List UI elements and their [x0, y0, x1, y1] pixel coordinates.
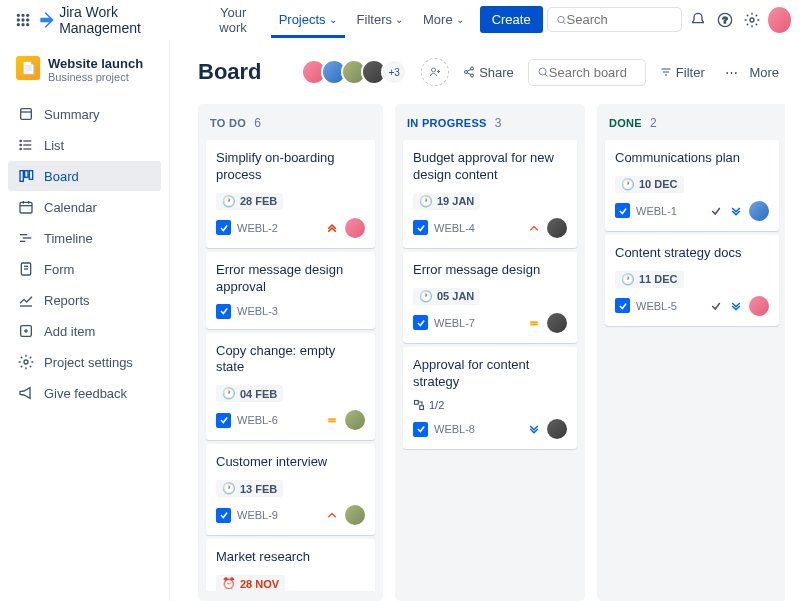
jira-icon: [37, 10, 55, 30]
chevron-down-icon: ⌄: [329, 14, 337, 25]
product-name: Jira Work Management: [59, 4, 187, 36]
svg-rect-55: [415, 401, 419, 405]
due-date-chip: 🕐28 FEB: [216, 193, 283, 210]
avatar-overflow[interactable]: +3: [381, 59, 407, 85]
assignee-avatar[interactable]: [345, 218, 365, 238]
assignee-avatar[interactable]: [749, 296, 769, 316]
product-logo[interactable]: Jira Work Management: [37, 4, 187, 36]
priority-low-icon: [729, 299, 743, 313]
sidebar-item-list[interactable]: List: [8, 130, 161, 160]
sidebar-item-label: Form: [44, 262, 74, 277]
svg-point-7: [22, 23, 24, 25]
app-switcher-icon[interactable]: [12, 8, 33, 32]
create-button[interactable]: Create: [480, 6, 543, 33]
notifications-icon[interactable]: [686, 7, 709, 33]
issue-card[interactable]: Content strategy docs🕐11 DECWEBL-5: [605, 235, 779, 326]
svg-rect-14: [21, 109, 32, 120]
issue-key: WEBL-9: [237, 509, 319, 521]
issue-card[interactable]: Error message design approvalWEBL-3: [206, 252, 375, 329]
due-date-chip: 🕐05 JAN: [413, 288, 480, 305]
page-title: Board: [198, 59, 262, 85]
board-search-input[interactable]: [549, 65, 637, 80]
timeline-icon: [18, 230, 34, 246]
sidebar-item-timeline[interactable]: Timeline: [8, 223, 161, 253]
issue-card[interactable]: Approval for content strategy 1/2WEBL-8: [403, 347, 577, 450]
card-title: Market research: [216, 549, 365, 566]
board-icon: [18, 168, 34, 184]
nav-more[interactable]: More⌄: [415, 6, 472, 33]
svg-point-0: [17, 14, 19, 16]
help-icon[interactable]: ?: [713, 7, 736, 33]
assignee-avatar[interactable]: [547, 419, 567, 439]
project-header[interactable]: 📄 Website launch Business project: [8, 52, 161, 99]
svg-point-6: [17, 23, 19, 25]
issue-card[interactable]: Communications plan🕐10 DECWEBL-1: [605, 140, 779, 231]
sidebar-item-board[interactable]: Board: [8, 161, 161, 191]
nav-projects[interactable]: Projects⌄: [271, 6, 345, 38]
clock-icon: 🕐: [222, 387, 236, 400]
issue-key: WEBL-1: [636, 205, 703, 217]
svg-point-20: [20, 144, 21, 145]
add-user-button[interactable]: [421, 58, 449, 86]
issue-card[interactable]: Customer interview🕐13 FEBWEBL-9: [206, 444, 375, 535]
svg-line-44: [467, 69, 471, 71]
svg-point-43: [471, 74, 474, 77]
settings-icon[interactable]: [741, 7, 764, 33]
nav-filters[interactable]: Filters⌄: [349, 6, 411, 33]
global-search[interactable]: [547, 7, 683, 32]
column-todo: TO DO6Simplify on-boarding process🕐28 FE…: [198, 104, 383, 601]
sidebar-item-give-feedback[interactable]: Give feedback: [8, 378, 161, 408]
sidebar-item-add-item[interactable]: Add item: [8, 316, 161, 346]
svg-point-42: [465, 71, 468, 74]
sidebar-item-calendar[interactable]: Calendar: [8, 192, 161, 222]
sidebar-item-project-settings[interactable]: Project settings: [8, 347, 161, 377]
main-content: Board +3 Share Filter ⋯ More TO DO6Simpl…: [170, 40, 803, 601]
issue-card[interactable]: Market research⏰28 NOVWEBL-10: [206, 539, 375, 591]
share-button[interactable]: Share: [457, 61, 520, 84]
profile-avatar[interactable]: [768, 7, 791, 33]
issue-card[interactable]: Budget approval for new design content🕐1…: [403, 140, 577, 248]
board-header: Board +3 Share Filter ⋯ More: [198, 58, 785, 86]
priority-high-icon: [527, 221, 541, 235]
filter-button[interactable]: Filter: [654, 61, 711, 84]
sidebar-item-label: Calendar: [44, 200, 97, 215]
issue-card[interactable]: Simplify on-boarding process🕐28 FEBWEBL-…: [206, 140, 375, 248]
task-type-icon: [413, 422, 428, 437]
svg-point-4: [22, 19, 24, 21]
svg-point-5: [26, 19, 28, 21]
issue-card[interactable]: Error message design🕐05 JANWEBL-7: [403, 252, 577, 343]
svg-point-9: [557, 16, 563, 22]
board-search[interactable]: [528, 59, 646, 86]
column-done: DONE2Communications plan🕐10 DECWEBL-1Con…: [597, 104, 785, 601]
global-search-input[interactable]: [567, 12, 674, 27]
sidebar-item-form[interactable]: Form: [8, 254, 161, 284]
column-header: TO DO6: [204, 114, 377, 140]
due-date-chip: 🕐13 FEB: [216, 480, 283, 497]
avatar-stack[interactable]: +3: [307, 59, 407, 85]
assignee-avatar[interactable]: [345, 410, 365, 430]
svg-rect-22: [20, 171, 23, 182]
column-prog: IN PROGRESS3Budget approval for new desi…: [395, 104, 585, 601]
clock-icon: 🕐: [419, 195, 433, 208]
more-button[interactable]: ⋯ More: [719, 61, 785, 84]
sidebar-item-reports[interactable]: Reports: [8, 285, 161, 315]
card-title: Approval for content strategy: [413, 357, 567, 391]
column-header: IN PROGRESS3: [401, 114, 579, 140]
sidebar-item-label: Timeline: [44, 231, 93, 246]
issue-key: WEBL-4: [434, 222, 521, 234]
assignee-avatar[interactable]: [345, 505, 365, 525]
assignee-avatar[interactable]: [547, 313, 567, 333]
card-title: Customer interview: [216, 454, 365, 471]
svg-rect-23: [25, 171, 28, 178]
issue-card[interactable]: Copy change: empty state🕐04 FEBWEBL-6: [206, 333, 375, 441]
assignee-avatar[interactable]: [749, 201, 769, 221]
sidebar-item-summary[interactable]: Summary: [8, 99, 161, 129]
nav-your-work[interactable]: Your work: [200, 0, 267, 41]
svg-point-8: [26, 23, 28, 25]
priority-medium-icon: [325, 413, 339, 427]
column-count: 3: [495, 116, 502, 130]
assignee-avatar[interactable]: [547, 218, 567, 238]
task-type-icon: [413, 220, 428, 235]
priority-low-icon: [527, 422, 541, 436]
svg-point-13: [750, 18, 754, 22]
